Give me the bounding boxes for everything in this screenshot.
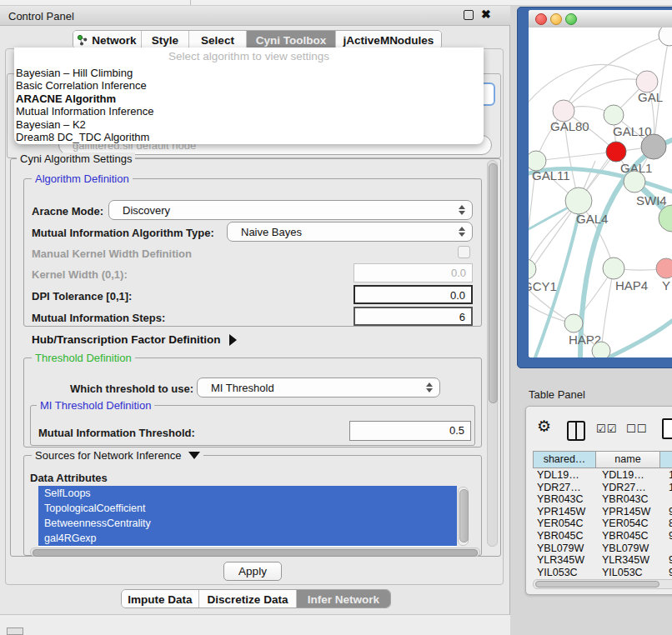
table-row[interactable]: YLR345WYLR345W9. — [533, 554, 672, 567]
cell: YDR27… — [533, 482, 599, 494]
cell — [665, 542, 669, 555]
gear-icon[interactable]: ⚙ — [537, 417, 551, 435]
close-icon[interactable]: ✖ — [481, 8, 491, 21]
network-node-gal1[interactable] — [606, 142, 626, 162]
table-row[interactable]: YBL079WYBL079W — [533, 542, 672, 555]
dropdown-item[interactable]: Bayesian – Hill Climbing — [16, 67, 479, 79]
mi-steps-field[interactable]: 6 — [354, 307, 473, 326]
network-canvas[interactable]: GALGAL80GAL10GAL1GAL11SWI4GAL4GCY1HAP4YH… — [529, 28, 672, 358]
dropdown-item[interactable]: Mutual Information Inference — [16, 105, 479, 118]
settings-vertical-scrollbar-thumb[interactable] — [489, 163, 498, 403]
close-traffic-light[interactable] — [535, 13, 547, 25]
dropdown-item-selected[interactable]: ARACNE Algorithm — [16, 92, 479, 105]
settings-horizontal-scrollbar[interactable] — [30, 548, 480, 557]
tab-style-label: Style — [152, 31, 178, 49]
attribute-item-selected[interactable]: SelfLoops — [38, 486, 457, 501]
minimized-panel-icon[interactable] — [7, 628, 23, 635]
tab-jactivemnodules[interactable]: jActiveMNodules — [335, 31, 441, 49]
bottom-strip — [0, 615, 510, 635]
table-row[interactable]: YBR043CYBR043C — [533, 493, 672, 506]
hub-definition-toggle[interactable]: Hub/Transcription Factor Definition — [32, 333, 237, 346]
column-header-name[interactable]: name — [596, 451, 660, 468]
column-header-shared[interactable]: shared… — [533, 451, 596, 468]
attribute-item-selected[interactable]: BetweennessCentrality — [38, 516, 457, 531]
dpi-tolerance-field[interactable]: 0.0 — [354, 285, 473, 304]
network-node-y[interactable] — [656, 258, 672, 278]
network-view-window[interactable]: GALGAL80GAL10GAL1GAL11SWI4GAL4GCY1HAP4YH… — [517, 7, 672, 368]
tab-network[interactable]: Network — [73, 31, 141, 49]
apply-button[interactable]: Apply — [223, 562, 282, 581]
mi-threshold-definition-title: MI Threshold Definition — [37, 399, 154, 412]
bottom-tabbar: Impute Data Discretize Data Infer Networ… — [121, 589, 391, 608]
tab-style[interactable]: Style — [141, 31, 188, 49]
which-threshold-combo[interactable]: MI Threshold — [197, 378, 440, 398]
attribute-item-selected[interactable]: gal4RGexp — [38, 531, 457, 546]
node-label: HAP4 — [615, 278, 648, 292]
sources-toggle[interactable]: Sources for Network Inference — [32, 449, 203, 462]
cell: 8. — [665, 518, 672, 530]
table-row[interactable]: YIL053CYIL053C9 — [533, 567, 672, 578]
algorithm-dropdown-placeholder: Select algorithm to view settings — [14, 50, 484, 62]
table-row[interactable]: YPR145WYPR145W9. — [533, 506, 672, 518]
attributes-scrollbar-thumb[interactable] — [459, 489, 469, 542]
columns-icon[interactable] — [567, 421, 585, 441]
aracne-mode-value: Discovery — [123, 201, 170, 221]
dropdown-item[interactable]: Basic Correlation Inference — [16, 79, 479, 92]
network-node[interactable] — [641, 134, 666, 159]
aracne-mode-combo[interactable]: Discovery — [108, 200, 473, 220]
cell — [665, 493, 669, 506]
attributes-scrollbar[interactable] — [458, 487, 469, 546]
table-row[interactable]: YDR27…YDR27…12 — [533, 482, 672, 494]
zoom-traffic-light[interactable] — [565, 13, 577, 25]
column-header-clipped[interactable]: A — [660, 451, 672, 468]
mi-algorithm-type-combo[interactable]: Naive Bayes — [227, 222, 473, 242]
network-window-titlebar[interactable] — [529, 10, 672, 28]
which-threshold-label: Which threshold to use: — [70, 382, 193, 395]
which-threshold-value: MI Threshold — [211, 378, 274, 398]
kernel-width-label: Kernel Width (0,1): — [32, 268, 128, 281]
select-all-checkboxes-icon[interactable]: ☑☑ — [596, 422, 617, 435]
network-node[interactable] — [659, 28, 672, 46]
table-horizontal-scrollbar-thumb[interactable] — [535, 581, 659, 588]
network-node-gcy1[interactable] — [529, 259, 536, 279]
network-node-hap4[interactable] — [603, 258, 624, 279]
export-table-icon[interactable] — [662, 418, 672, 439]
tab-jactivemnodules-label: jActiveMNodules — [344, 31, 434, 49]
manual-kernel-width-checkbox[interactable] — [458, 246, 470, 258]
network-node-swi4[interactable] — [624, 171, 645, 192]
network-node-hap2[interactable] — [564, 314, 583, 332]
tab-select[interactable]: Select — [188, 31, 246, 49]
cell: 13 — [665, 469, 672, 482]
data-attributes-label: Data Attributes — [30, 472, 108, 484]
algorithm-dropdown: Select algorithm to view settings Bayesi… — [14, 48, 484, 144]
tab-cyni-toolbox[interactable]: Cyni Toolbox — [246, 31, 335, 49]
tab-cyni-toolbox-label: Cyni Toolbox — [256, 31, 327, 49]
network-node[interactable] — [592, 342, 610, 358]
table-horizontal-scrollbar[interactable] — [533, 579, 672, 589]
tab-impute-data[interactable]: Impute Data — [122, 590, 198, 608]
cell: YDL19… — [599, 469, 665, 482]
minimize-traffic-light[interactable] — [550, 13, 562, 25]
deselect-all-checkboxes-icon[interactable]: ☐☐ — [626, 422, 647, 435]
cell: YBR045C — [599, 530, 665, 542]
cell: 9 — [665, 567, 672, 578]
table-row[interactable]: YBR045CYBR045C9. — [533, 530, 672, 542]
mi-threshold-field[interactable]: 0.5 — [349, 421, 471, 441]
cell: YBL079W — [533, 542, 599, 555]
table-row[interactable]: YDL19…YDL19…13 — [533, 469, 672, 482]
kernel-width-field[interactable]: 0.0 — [354, 263, 473, 282]
manual-kernel-width-label: Manual Kernel Width Definition — [32, 248, 192, 260]
network-node-gal10[interactable] — [604, 105, 624, 125]
tab-discretize-data[interactable]: Discretize Data — [198, 590, 296, 608]
dropdown-item[interactable]: Bayesian – K2 — [16, 118, 479, 131]
float-window-icon[interactable] — [464, 10, 474, 20]
settings-horizontal-scrollbar-thumb[interactable] — [33, 549, 478, 557]
table-row[interactable]: YER054CYER054C8. — [533, 518, 672, 530]
dropdown-item[interactable]: Dream8 DC_TDC Algorithm — [16, 131, 479, 143]
attribute-item-selected[interactable]: TopologicalCoefficient — [38, 501, 457, 516]
network-node-gal4[interactable] — [565, 188, 592, 214]
tab-infer-network[interactable]: Infer Network — [296, 590, 390, 608]
network-icon — [78, 35, 88, 46]
mi-algorithm-type-value: Naive Bayes — [241, 222, 302, 242]
settings-vertical-scrollbar[interactable] — [487, 160, 498, 547]
